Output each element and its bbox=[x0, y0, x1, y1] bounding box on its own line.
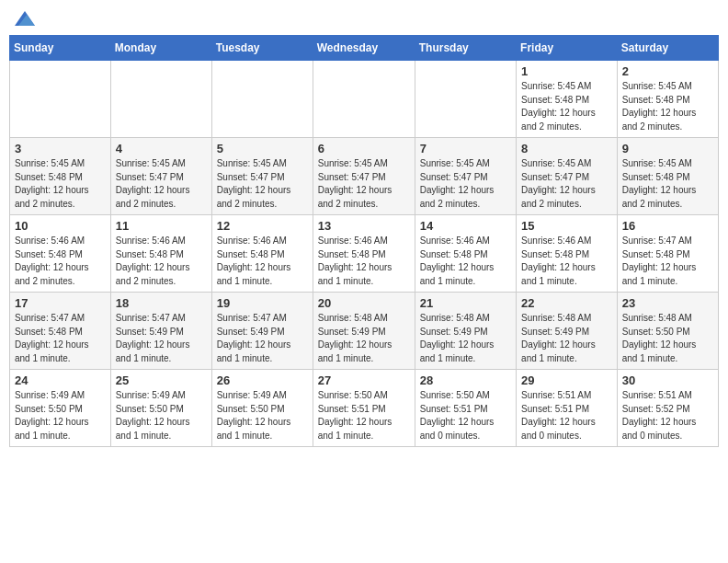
calendar-cell: 24Sunrise: 5:49 AM Sunset: 5:50 PM Dayli… bbox=[10, 370, 111, 447]
calendar-cell: 6Sunrise: 5:45 AM Sunset: 5:47 PM Daylig… bbox=[313, 138, 415, 215]
day-detail: Sunrise: 5:47 AM Sunset: 5:49 PM Dayligh… bbox=[217, 312, 308, 365]
calendar-week-row: 24Sunrise: 5:49 AM Sunset: 5:50 PM Dayli… bbox=[10, 370, 719, 447]
day-number: 23 bbox=[622, 296, 713, 310]
calendar-header-monday: Monday bbox=[110, 36, 211, 61]
calendar-cell: 19Sunrise: 5:47 AM Sunset: 5:49 PM Dayli… bbox=[211, 293, 313, 370]
calendar-header-thursday: Thursday bbox=[415, 36, 516, 61]
calendar-cell: 22Sunrise: 5:48 AM Sunset: 5:49 PM Dayli… bbox=[517, 293, 618, 370]
day-number: 4 bbox=[116, 142, 207, 155]
calendar-cell bbox=[415, 61, 516, 138]
calendar-cell: 28Sunrise: 5:50 AM Sunset: 5:51 PM Dayli… bbox=[415, 370, 516, 447]
day-detail: Sunrise: 5:45 AM Sunset: 5:47 PM Dayligh… bbox=[116, 157, 207, 211]
calendar-cell: 23Sunrise: 5:48 AM Sunset: 5:50 PM Dayli… bbox=[617, 293, 718, 370]
calendar-cell: 25Sunrise: 5:49 AM Sunset: 5:50 PM Dayli… bbox=[110, 370, 211, 447]
day-number: 3 bbox=[15, 142, 106, 155]
calendar-cell: 3Sunrise: 5:45 AM Sunset: 5:48 PM Daylig… bbox=[10, 138, 111, 215]
day-number: 16 bbox=[622, 219, 713, 233]
day-number: 29 bbox=[521, 373, 612, 387]
calendar-header-saturday: Saturday bbox=[617, 36, 718, 61]
page-header bbox=[9, 9, 719, 28]
day-number: 21 bbox=[420, 296, 511, 310]
day-detail: Sunrise: 5:45 AM Sunset: 5:47 PM Dayligh… bbox=[217, 157, 308, 211]
day-detail: Sunrise: 5:51 AM Sunset: 5:52 PM Dayligh… bbox=[622, 389, 713, 442]
calendar-header-wednesday: Wednesday bbox=[313, 36, 415, 61]
calendar-cell: 4Sunrise: 5:45 AM Sunset: 5:47 PM Daylig… bbox=[110, 138, 211, 215]
calendar-cell: 30Sunrise: 5:51 AM Sunset: 5:52 PM Dayli… bbox=[617, 370, 718, 447]
day-detail: Sunrise: 5:46 AM Sunset: 5:48 PM Dayligh… bbox=[15, 235, 106, 288]
calendar-cell bbox=[313, 61, 415, 138]
day-number: 11 bbox=[116, 219, 207, 233]
day-number: 12 bbox=[217, 219, 308, 233]
calendar-cell: 15Sunrise: 5:46 AM Sunset: 5:48 PM Dayli… bbox=[517, 215, 618, 293]
day-detail: Sunrise: 5:48 AM Sunset: 5:49 PM Dayligh… bbox=[420, 312, 511, 365]
calendar-cell: 9Sunrise: 5:45 AM Sunset: 5:48 PM Daylig… bbox=[617, 138, 718, 215]
calendar-cell: 17Sunrise: 5:47 AM Sunset: 5:48 PM Dayli… bbox=[10, 293, 111, 370]
calendar-week-row: 17Sunrise: 5:47 AM Sunset: 5:48 PM Dayli… bbox=[10, 293, 719, 370]
day-detail: Sunrise: 5:48 AM Sunset: 5:49 PM Dayligh… bbox=[521, 312, 612, 365]
day-number: 1 bbox=[521, 64, 612, 78]
calendar-cell: 11Sunrise: 5:46 AM Sunset: 5:48 PM Dayli… bbox=[110, 215, 211, 293]
day-detail: Sunrise: 5:46 AM Sunset: 5:48 PM Dayligh… bbox=[521, 235, 612, 288]
calendar-cell: 29Sunrise: 5:51 AM Sunset: 5:51 PM Dayli… bbox=[517, 370, 618, 447]
day-detail: Sunrise: 5:45 AM Sunset: 5:48 PM Dayligh… bbox=[622, 80, 713, 133]
day-detail: Sunrise: 5:45 AM Sunset: 5:48 PM Dayligh… bbox=[521, 80, 612, 133]
calendar-cell: 10Sunrise: 5:46 AM Sunset: 5:48 PM Dayli… bbox=[10, 215, 111, 293]
day-detail: Sunrise: 5:50 AM Sunset: 5:51 PM Dayligh… bbox=[318, 389, 410, 442]
calendar-header-tuesday: Tuesday bbox=[211, 36, 313, 61]
day-number: 15 bbox=[521, 219, 612, 233]
calendar-cell: 2Sunrise: 5:45 AM Sunset: 5:48 PM Daylig… bbox=[617, 61, 718, 138]
day-detail: Sunrise: 5:47 AM Sunset: 5:48 PM Dayligh… bbox=[15, 312, 106, 365]
calendar-cell: 20Sunrise: 5:48 AM Sunset: 5:49 PM Dayli… bbox=[313, 293, 415, 370]
day-detail: Sunrise: 5:45 AM Sunset: 5:47 PM Dayligh… bbox=[521, 157, 612, 211]
day-number: 13 bbox=[318, 219, 410, 233]
day-detail: Sunrise: 5:46 AM Sunset: 5:48 PM Dayligh… bbox=[420, 235, 511, 288]
calendar-cell: 5Sunrise: 5:45 AM Sunset: 5:47 PM Daylig… bbox=[211, 138, 313, 215]
day-detail: Sunrise: 5:49 AM Sunset: 5:50 PM Dayligh… bbox=[15, 389, 106, 442]
calendar-table: SundayMondayTuesdayWednesdayThursdayFrid… bbox=[9, 35, 719, 447]
day-number: 10 bbox=[15, 219, 106, 233]
day-detail: Sunrise: 5:45 AM Sunset: 5:48 PM Dayligh… bbox=[15, 157, 106, 211]
calendar-week-row: 1Sunrise: 5:45 AM Sunset: 5:48 PM Daylig… bbox=[10, 61, 719, 138]
day-number: 5 bbox=[217, 142, 308, 155]
calendar-cell: 26Sunrise: 5:49 AM Sunset: 5:50 PM Dayli… bbox=[211, 370, 313, 447]
day-detail: Sunrise: 5:45 AM Sunset: 5:47 PM Dayligh… bbox=[420, 157, 511, 211]
logo bbox=[13, 9, 35, 28]
day-detail: Sunrise: 5:45 AM Sunset: 5:48 PM Dayligh… bbox=[622, 157, 713, 211]
calendar-cell: 8Sunrise: 5:45 AM Sunset: 5:47 PM Daylig… bbox=[517, 138, 618, 215]
day-number: 6 bbox=[318, 142, 410, 155]
day-number: 7 bbox=[420, 142, 511, 155]
day-detail: Sunrise: 5:47 AM Sunset: 5:48 PM Dayligh… bbox=[622, 235, 713, 288]
day-number: 27 bbox=[318, 373, 410, 387]
calendar-week-row: 3Sunrise: 5:45 AM Sunset: 5:48 PM Daylig… bbox=[10, 138, 719, 215]
day-number: 18 bbox=[116, 296, 207, 310]
day-detail: Sunrise: 5:48 AM Sunset: 5:50 PM Dayligh… bbox=[622, 312, 713, 365]
calendar-cell: 18Sunrise: 5:47 AM Sunset: 5:49 PM Dayli… bbox=[110, 293, 211, 370]
day-number: 30 bbox=[622, 373, 713, 387]
calendar-week-row: 10Sunrise: 5:46 AM Sunset: 5:48 PM Dayli… bbox=[10, 215, 719, 293]
day-detail: Sunrise: 5:46 AM Sunset: 5:48 PM Dayligh… bbox=[116, 235, 207, 288]
calendar-cell: 1Sunrise: 5:45 AM Sunset: 5:48 PM Daylig… bbox=[517, 61, 618, 138]
day-number: 17 bbox=[15, 296, 106, 310]
calendar-cell: 21Sunrise: 5:48 AM Sunset: 5:49 PM Dayli… bbox=[415, 293, 516, 370]
logo-icon bbox=[15, 9, 35, 28]
day-number: 8 bbox=[521, 142, 612, 155]
day-number: 2 bbox=[622, 64, 713, 78]
day-number: 9 bbox=[622, 142, 713, 155]
calendar-cell bbox=[211, 61, 313, 138]
calendar-cell: 13Sunrise: 5:46 AM Sunset: 5:48 PM Dayli… bbox=[313, 215, 415, 293]
day-number: 24 bbox=[15, 373, 106, 387]
calendar-cell: 7Sunrise: 5:45 AM Sunset: 5:47 PM Daylig… bbox=[415, 138, 516, 215]
calendar-cell: 27Sunrise: 5:50 AM Sunset: 5:51 PM Dayli… bbox=[313, 370, 415, 447]
day-detail: Sunrise: 5:46 AM Sunset: 5:48 PM Dayligh… bbox=[217, 235, 308, 288]
calendar-header-row: SundayMondayTuesdayWednesdayThursdayFrid… bbox=[10, 36, 719, 61]
calendar-cell: 16Sunrise: 5:47 AM Sunset: 5:48 PM Dayli… bbox=[617, 215, 718, 293]
day-detail: Sunrise: 5:47 AM Sunset: 5:49 PM Dayligh… bbox=[116, 312, 207, 365]
calendar-cell bbox=[110, 61, 211, 138]
day-detail: Sunrise: 5:46 AM Sunset: 5:48 PM Dayligh… bbox=[318, 235, 410, 288]
day-number: 20 bbox=[318, 296, 410, 310]
day-detail: Sunrise: 5:49 AM Sunset: 5:50 PM Dayligh… bbox=[217, 389, 308, 442]
day-number: 26 bbox=[217, 373, 308, 387]
calendar-cell bbox=[10, 61, 111, 138]
day-number: 14 bbox=[420, 219, 511, 233]
day-detail: Sunrise: 5:45 AM Sunset: 5:47 PM Dayligh… bbox=[318, 157, 410, 211]
